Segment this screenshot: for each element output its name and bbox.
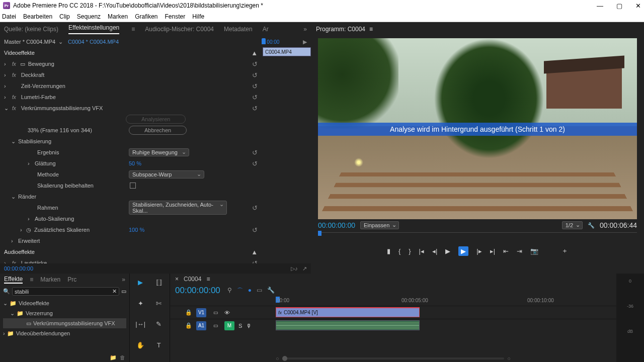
lock-a1-icon[interactable]: 🔒 xyxy=(185,322,192,329)
group-stabilisierung[interactable]: ⌄Stabilisierung xyxy=(0,136,262,147)
extract-button[interactable]: ⇥ xyxy=(517,247,522,255)
hand-tool[interactable]: ✋ xyxy=(134,341,147,357)
tab-metadaten[interactable]: Metadaten xyxy=(224,26,253,33)
mute-a1-button[interactable]: M xyxy=(224,321,234,330)
new-bin-icon[interactable]: ▭ xyxy=(121,288,126,295)
menu-sequenz[interactable]: Sequenz xyxy=(77,13,101,20)
group-erweitert[interactable]: ›Erweitert xyxy=(0,235,262,246)
settings-icon[interactable]: ▭ xyxy=(257,287,262,295)
resolution-dropdown[interactable]: 1/2 xyxy=(562,221,583,229)
menu-grafiken[interactable]: Grafiken xyxy=(135,13,157,20)
timeline-close-icon[interactable]: × xyxy=(175,276,179,283)
go-to-out-button[interactable]: ▸| xyxy=(490,247,495,255)
slip-tool[interactable]: |↔| xyxy=(134,320,147,336)
program-scrubber[interactable] xyxy=(318,232,637,242)
tab-audiomixer[interactable]: Audioclip-Mischer: C0004 xyxy=(145,26,214,33)
add-marker-button[interactable]: ▮ xyxy=(387,247,390,255)
fx-lumetri[interactable]: ›fxLumetri-Farbe↺ xyxy=(0,92,262,103)
pen-tool[interactable]: ✎ xyxy=(152,320,166,336)
razor-tool[interactable]: ✄ xyxy=(152,300,166,316)
video-clip[interactable]: fxC0004.MP4 [V] xyxy=(276,307,420,317)
fx-zeitverzerrung[interactable]: ›fxZeit-Verzerrungen↺ xyxy=(0,80,262,92)
program-timecode-left[interactable]: 00:00:00:00 xyxy=(318,221,355,229)
toggle-output-v1[interactable]: 👁 xyxy=(224,310,230,316)
timeline-menu-icon[interactable]: ≡ xyxy=(206,276,210,283)
fx-warp-stabilizer[interactable]: ⌄fxVerkrümmungsstabilisierung VFX↺ xyxy=(0,103,262,114)
abbrechen-button[interactable]: Abbrechen xyxy=(129,126,187,135)
fx-bewegung[interactable]: ›fx▭Bewegung↺ xyxy=(0,58,262,69)
close-button[interactable]: ✕ xyxy=(635,2,641,10)
skalierung-checkbox[interactable] xyxy=(130,183,136,189)
effect-timecode[interactable]: 00:00:00:00 xyxy=(4,265,33,272)
tab-ar[interactable]: Ar xyxy=(263,26,269,33)
step-forward-button[interactable]: |▸ xyxy=(476,247,481,255)
program-monitor[interactable]: Analyse wird im Hintergrund ausgeführt (… xyxy=(318,38,637,219)
menu-bearbeiten[interactable]: Bearbeiten xyxy=(23,13,52,20)
ergebnis-dropdown[interactable]: Ruhige Bewegung xyxy=(129,148,189,156)
selection-tool[interactable]: ▶ xyxy=(134,279,147,295)
tree-videoeffekte[interactable]: ⌄📁Videoeffekte xyxy=(3,298,126,308)
ripple-tool[interactable]: ✦ xyxy=(134,300,147,316)
effects-overflow-icon[interactable]: » xyxy=(122,276,125,283)
minimize-button[interactable]: — xyxy=(597,2,603,10)
fx-deckkraft[interactable]: ›fxDeckkraft↺ xyxy=(0,69,262,80)
analysieren-button[interactable]: Analysieren xyxy=(126,115,186,124)
methode-dropdown[interactable]: Subspace-Warp xyxy=(129,170,204,178)
clip-link[interactable]: C0004 * C0004.MP4 xyxy=(68,39,119,45)
mini-timeline-ruler[interactable]: 00:00 xyxy=(262,36,311,47)
zusaetz-value[interactable]: 100 % xyxy=(129,227,144,233)
panel-menu-icon[interactable]: ≡ xyxy=(131,26,135,33)
toggle-sync-v1[interactable]: ▭ xyxy=(210,308,220,317)
step-back-button[interactable]: ◂| xyxy=(432,247,437,255)
track-v1-button[interactable]: V1 xyxy=(196,308,206,317)
tree-verzerrung[interactable]: ⌄📁Verzerrung xyxy=(3,308,126,318)
program-panel-menu-icon[interactable]: ≡ xyxy=(369,26,373,33)
track-select-tool[interactable]: ⟦⟧ xyxy=(152,279,166,295)
rahmen-dropdown[interactable]: Stabilisieren, Zuschneiden, Auto-Skal... xyxy=(129,201,227,215)
type-tool[interactable]: T xyxy=(152,341,166,357)
tree-videoblends[interactable]: ›📁Videoüberblendungen xyxy=(3,328,126,338)
tab-quelle[interactable]: Quelle: (keine Clips) xyxy=(4,26,58,33)
play-button[interactable]: ▶ xyxy=(445,247,450,255)
mini-timeline-clip[interactable]: C0004.MP4 xyxy=(263,47,311,56)
linked-selection-icon[interactable]: ⌒ xyxy=(237,287,243,295)
snap-icon[interactable]: ⚲ xyxy=(227,287,232,295)
audio-clip[interactable] xyxy=(276,320,420,330)
trash-icon[interactable]: 🗑 xyxy=(120,354,125,360)
lift-button[interactable]: ⇤ xyxy=(503,247,509,255)
new-folder-icon[interactable]: 📁 xyxy=(110,354,117,360)
toggle-sync-a1[interactable]: ▭ xyxy=(210,321,220,330)
glaettung-value[interactable]: 50 % xyxy=(129,160,141,166)
wrench-tl-icon[interactable]: 🔧 xyxy=(267,287,275,295)
sequence-tab[interactable]: C0004 xyxy=(184,276,201,283)
panel-overflow-icon[interactable]: » xyxy=(303,26,307,33)
program-tab[interactable]: Programm: C0004 xyxy=(316,26,365,33)
tree-warp-effect[interactable]: ▭Verkrümmungsstabilisierung VFX xyxy=(3,318,126,328)
menu-fenster[interactable]: Fenster xyxy=(165,13,185,20)
mark-out-button[interactable]: } xyxy=(409,247,411,255)
tab-marken[interactable]: Marken xyxy=(40,276,60,283)
wrench-icon[interactable]: 🔧 xyxy=(588,222,595,229)
go-to-in-button[interactable]: |◂ xyxy=(419,247,424,255)
voiceover-icon[interactable]: 🎙 xyxy=(246,323,252,329)
solo-a1-button[interactable]: S xyxy=(238,323,242,329)
track-a1-button[interactable]: A1 xyxy=(196,321,206,330)
export-frame-button[interactable]: ▶ xyxy=(458,246,468,256)
maximize-button[interactable]: ▢ xyxy=(616,2,622,10)
menu-marken[interactable]: Marken xyxy=(108,13,128,20)
fx-lautstaerke[interactable]: ›fxLautstärke↺ xyxy=(0,257,262,263)
tab-prc[interactable]: Prc xyxy=(67,276,76,283)
add-marker-tl-icon[interactable]: ● xyxy=(248,287,252,295)
clear-search-icon[interactable]: ✕ xyxy=(112,288,117,295)
lock-v1-icon[interactable]: 🔒 xyxy=(185,309,192,316)
tab-effekte[interactable]: Effekte xyxy=(4,276,23,284)
tab-effekteinstellungen[interactable]: Effekteinstellungen xyxy=(68,24,119,34)
effects-panel-menu-icon[interactable]: ≡ xyxy=(30,276,33,283)
search-input[interactable] xyxy=(15,289,112,295)
add-button[interactable]: ＋ xyxy=(561,246,568,255)
timeline-timecode[interactable]: 00:00:00:00 xyxy=(175,286,220,296)
menu-hilfe[interactable]: Hilfe xyxy=(192,13,204,20)
fit-dropdown[interactable]: Einpassen xyxy=(360,221,399,229)
prop-autoskalierung[interactable]: ›Auto-Skalierung xyxy=(0,213,262,224)
camera-icon[interactable]: 📷 xyxy=(530,247,538,255)
